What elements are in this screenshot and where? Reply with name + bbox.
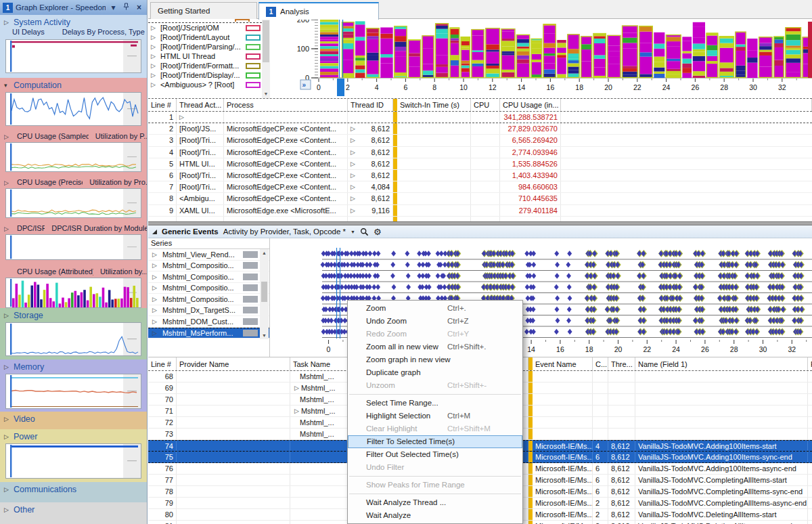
- legend-item[interactable]: ▷[Root]/Trident/Layout: [148, 32, 262, 42]
- menu-item-clear-highlight[interactable]: Clear HighlightCtrl+Shift+M: [348, 422, 522, 435]
- menu-item-wait-analyze[interactable]: Wait Analyze: [348, 509, 522, 522]
- menu-item-zoom[interactable]: ZoomCtrl+.: [348, 302, 522, 315]
- graph-caption-cpu-sampled[interactable]: ▷CPU Usage (Sampled)Utilization by P...: [0, 131, 147, 141]
- expander-icon[interactable]: ▷: [152, 318, 157, 325]
- thumbnail-power[interactable]: [5, 443, 141, 479]
- col-thread[interactable]: Thre...: [608, 357, 635, 370]
- expander-icon[interactable]: ▷: [151, 81, 156, 88]
- thumbnail-ui-delays[interactable]: [5, 39, 141, 73]
- col-task-name[interactable]: Task Name: [290, 357, 353, 370]
- col-thread-activity[interactable]: Thread Act...: [177, 99, 224, 111]
- table-row[interactable]: 4[Root]/Tri...MicrosoftEdgeCP.exe <Conte…: [148, 147, 812, 158]
- thumbnail-cpu-sampled[interactable]: [5, 142, 141, 172]
- expander-icon[interactable]: ▷: [152, 307, 157, 313]
- section-title-communications[interactable]: ▷Communications: [0, 482, 147, 495]
- col-count[interactable]: C...: [593, 357, 608, 370]
- col-thread-id[interactable]: Thread ID: [348, 99, 393, 111]
- series-row[interactable]: ▷Mshtml_Compositio...: [148, 294, 269, 305]
- preset-dropdown-icon[interactable]: ▼: [351, 230, 355, 234]
- thumbnail-storage[interactable]: [5, 322, 141, 356]
- thumbnail-cpu-attributed[interactable]: [5, 278, 141, 308]
- legend-item[interactable]: ▷[Root]/Trident/Formatt...: [148, 61, 262, 70]
- series-scrollbar[interactable]: ▲ ▼: [260, 249, 269, 339]
- menu-item-filter-out-selected-time-s[interactable]: Filter Out Selected Time(s): [348, 448, 522, 461]
- table-row[interactable]: 9XAML UI...MicrosoftEdge.exe <MicrosoftE…: [148, 205, 812, 217]
- section-title-other[interactable]: ▷Other: [0, 502, 147, 515]
- thread-activity-chart[interactable]: 200100002468101214161820222426283032»: [270, 19, 812, 98]
- col-provider-name[interactable]: Provider Name: [177, 357, 290, 370]
- col-line[interactable]: Line #: [148, 357, 177, 370]
- legend-item[interactable]: ▷[Root]/Trident/Parsing/...: [148, 42, 262, 51]
- col-f[interactable]: F...: [808, 357, 812, 370]
- expander-icon[interactable]: ▷: [152, 284, 157, 291]
- expander-icon[interactable]: ▷: [152, 330, 157, 336]
- thumbnail-memory[interactable]: [5, 374, 141, 409]
- menu-item-zoom-all-in-new-view[interactable]: Zoom all in new viewCtrl+Shift+.: [348, 341, 522, 353]
- expander-icon[interactable]: ▷: [351, 137, 355, 144]
- menu-item-unzoom[interactable]: UnzoomCtrl+Shift+-: [348, 379, 522, 392]
- legend-item[interactable]: ▷[Root]/Trident/Display/...: [148, 70, 262, 80]
- collapse-icon[interactable]: [152, 230, 157, 234]
- legend-scrollbar[interactable]: ▼: [262, 19, 270, 98]
- section-title-video[interactable]: ▷Video: [0, 412, 147, 424]
- col-line[interactable]: Line #: [148, 99, 177, 111]
- graph-caption-cpu-precise[interactable]: ▷CPU Usage (Precise)Utilization by Pro..…: [0, 177, 147, 187]
- legend-partial-row[interactable]: [148, 19, 262, 23]
- menu-item-highlight-selection[interactable]: Highlight SelectionCtrl+M: [348, 410, 522, 422]
- menu-item-select-time-range[interactable]: Select Time Range...: [348, 397, 522, 410]
- table-row[interactable]: 2[Root]/JS...MicrosoftEdgeCP.exe <Conten…: [148, 123, 812, 135]
- legend-item[interactable]: ▷[Root]/JScript/OM: [148, 23, 262, 32]
- expander-icon[interactable]: ▷: [351, 195, 355, 202]
- section-title-system-activity[interactable]: ▷System Activity: [0, 15, 147, 28]
- pin-icon[interactable]: [121, 3, 131, 12]
- expander-icon[interactable]: ▷: [151, 53, 156, 60]
- expander-icon[interactable]: ▷: [294, 408, 299, 414]
- expander-icon[interactable]: ▷: [351, 172, 355, 179]
- chevron-down-icon[interactable]: ▾: [108, 3, 118, 12]
- table-row[interactable]: [148, 217, 812, 221]
- expander-icon[interactable]: ▷: [351, 125, 355, 132]
- menu-item-wait-analyze-thread[interactable]: Wait Analyze Thread ...: [348, 496, 522, 509]
- expander-icon[interactable]: ▷: [351, 183, 355, 190]
- thumbnail-cpu-precise[interactable]: [5, 188, 141, 218]
- menu-item-duplicate-graph[interactable]: Duplicate graph: [348, 366, 522, 379]
- table-row[interactable]: 5HTML UI...MicrosoftEdgeCP.exe <Content.…: [148, 158, 812, 170]
- series-row[interactable]: ▷Mshtml_MsPerform...: [148, 328, 269, 339]
- search-icon[interactable]: [360, 227, 369, 236]
- col-cpu-usage[interactable]: CPU Usage (in...▼: [500, 99, 561, 111]
- expander-icon[interactable]: ▷: [351, 160, 355, 167]
- menu-item-undo-zoom[interactable]: Undo ZoomCtrl+Z: [348, 315, 522, 328]
- menu-item-zoom-graph-in-new-view[interactable]: Zoom graph in new view: [348, 353, 522, 366]
- expander-icon[interactable]: ▷: [151, 24, 156, 31]
- menu-item-filter-to-selected-time-s[interactable]: Filter To Selected Time(s): [348, 435, 522, 448]
- scroll-down-arrow[interactable]: ▼: [262, 90, 270, 98]
- expander-icon[interactable]: ▷: [152, 274, 157, 280]
- graph-explorer-header[interactable]: 1 Graph Explorer - Speedomete... ▾ ×: [0, 0, 147, 15]
- tab-analysis[interactable]: 1Analysis: [258, 2, 379, 20]
- section-title-computation[interactable]: ▾Computation: [0, 78, 147, 91]
- expander-icon[interactable]: ▷: [151, 72, 156, 79]
- legend-item[interactable]: ▷<Ambiguous> ? [Root]: [148, 80, 262, 89]
- table-row[interactable]: 7[Root]/Tri...MicrosoftEdgeCP.exe <Conte…: [148, 181, 812, 193]
- menu-item-show-peaks-for-time-range[interactable]: Show Peaks for Time Range: [348, 479, 522, 492]
- series-row[interactable]: ▷Mshtml_DOM_Cust...: [148, 316, 269, 328]
- col-event-name[interactable]: Event Name: [533, 357, 593, 370]
- series-row[interactable]: ▷Mshtml_Compositio...: [148, 261, 269, 272]
- table-row[interactable]: 3[Root]/Tri...MicrosoftEdgeCP.exe <Conte…: [148, 135, 812, 146]
- menu-item-redo-zoom[interactable]: Redo ZoomCtrl+Y: [348, 328, 522, 341]
- section-title-power[interactable]: ▷Power: [0, 429, 147, 442]
- expander-icon[interactable]: ▷: [152, 251, 157, 258]
- thumbnail-dpc-isr[interactable]: [5, 234, 141, 260]
- scrollbar-thumb[interactable]: [261, 282, 267, 302]
- expander-icon[interactable]: ▷: [151, 62, 156, 69]
- gear-icon[interactable]: ⚙: [374, 227, 382, 236]
- section-title-memory[interactable]: ▷Memory: [0, 359, 147, 372]
- scroll-down-arrow[interactable]: ▼: [260, 332, 269, 339]
- close-icon[interactable]: ×: [134, 3, 144, 12]
- menu-item-undo-filter[interactable]: Undo Filter: [348, 461, 522, 474]
- series-row[interactable]: ▷Mshtml_View_Rend...: [148, 249, 269, 261]
- expander-icon[interactable]: ▷: [152, 296, 157, 303]
- legend-item[interactable]: ▷HTML UI Thread: [148, 51, 262, 61]
- series-row[interactable]: ▷Mshtml_Compositio...: [148, 283, 269, 294]
- table-row[interactable]: 8<Ambigu...MicrosoftEdgeCP.exe <Content.…: [148, 193, 812, 204]
